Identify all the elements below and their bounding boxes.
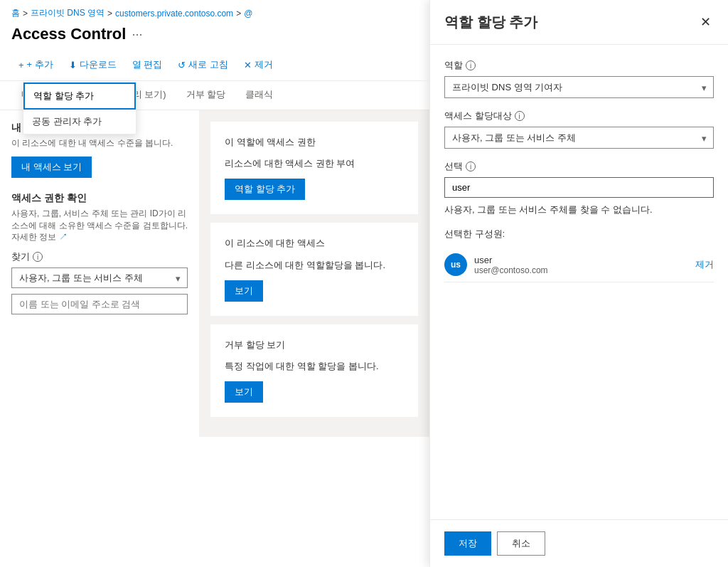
member-avatar: us bbox=[444, 253, 467, 276]
search-input[interactable] bbox=[11, 294, 188, 314]
access-assignment-label: 액세스 할당대상 i bbox=[444, 110, 714, 122]
save-button[interactable]: 저장 bbox=[444, 531, 491, 556]
access-select-container: 사용자, 그룹 또는 서비스 주체 관리 ID ▾ bbox=[444, 127, 714, 149]
page-title-dots[interactable]: ··· bbox=[132, 27, 142, 42]
close-panel-button[interactable]: ✕ bbox=[697, 11, 714, 33]
role-label: 역할 i bbox=[444, 59, 714, 72]
member-name: user bbox=[474, 255, 688, 265]
check-access-link[interactable]: ↗ bbox=[59, 232, 68, 242]
access-assignment-field-group: 액세스 할당대상 i 사용자, 그룹 또는 서비스 주체 관리 ID ▾ bbox=[444, 110, 714, 149]
side-panel: 역할 할당 추가 ✕ 역할 i 프라이빗 DNS 영역 기여자 소유자 참가자 … bbox=[429, 0, 728, 567]
select-search-input[interactable] bbox=[444, 177, 714, 198]
add-dropdown-menu: 역할 할당 추가 공동 관리자 추가 bbox=[23, 82, 136, 134]
remove-label: 제거 bbox=[255, 58, 273, 71]
access-info-icon[interactable]: i bbox=[515, 111, 525, 121]
tab-classic[interactable]: 클래식 bbox=[235, 81, 283, 110]
card-3-text1: 거부 할당 보기 bbox=[225, 339, 404, 351]
select-label: 선택 i bbox=[444, 160, 714, 173]
edit-columns-label: 열 편집 bbox=[132, 58, 163, 71]
refresh-icon: ↺ bbox=[178, 60, 186, 70]
member-email: user@contoso.com bbox=[474, 265, 688, 275]
member-info: user user@contoso.com bbox=[474, 255, 688, 275]
breadcrumb-domain[interactable]: customers.private.contoso.com bbox=[115, 9, 233, 18]
role-info-icon[interactable]: i bbox=[466, 60, 476, 70]
breadcrumb-private-dns[interactable]: 프라이빗 DNS 영역 bbox=[31, 7, 105, 19]
add-label: + 추가 bbox=[27, 58, 53, 71]
edit-columns-button[interactable]: 열 편집 bbox=[125, 55, 170, 75]
card-1-text2: 리소스에 대한 액세스 권한 부여 bbox=[225, 157, 404, 170]
selected-members-section: 선택한 구성원: us user user@contoso.com 제거 bbox=[444, 228, 714, 282]
selected-members-label: 선택한 구성원: bbox=[444, 228, 714, 240]
card-2-text1: 이 리소스에 대한 액세스 bbox=[225, 237, 404, 250]
side-panel-title: 역할 할당 추가 bbox=[444, 13, 537, 32]
member-item: us user user@contoso.com 제거 bbox=[444, 248, 714, 282]
role-field-group: 역할 i 프라이빗 DNS 영역 기여자 소유자 참가자 읽기 권한자 ▾ bbox=[444, 59, 714, 98]
tab-deny-assignments[interactable]: 거부 할당 bbox=[176, 81, 236, 110]
remove-member-link[interactable]: 제거 bbox=[695, 258, 714, 271]
add-icon: + bbox=[18, 60, 24, 70]
toolbar: + + 추가 역할 할당 추가 공동 관리자 추가 ⬇ 다운로드 열 편집 ↺ … bbox=[0, 52, 429, 81]
find-label: 찾기 i bbox=[11, 250, 188, 263]
download-button[interactable]: ⬇ 다운로드 bbox=[62, 55, 124, 75]
add-button[interactable]: + + 추가 bbox=[11, 55, 60, 75]
card-3-text2: 특정 작업에 대한 역할 할당을 봅니다. bbox=[225, 360, 404, 373]
find-select[interactable]: 사용자, 그룹 또는 서비스 주체 bbox=[11, 267, 188, 288]
refresh-label: 새로 고침 bbox=[188, 58, 228, 71]
access-select[interactable]: 사용자, 그룹 또는 서비스 주체 관리 ID bbox=[444, 127, 714, 149]
page-title-row: Access Control ··· bbox=[0, 22, 429, 52]
check-access-section: 액세스 권한 확인 사용자, 그룹, 서비스 주체 또는 관리 ID가이 리소스… bbox=[11, 192, 188, 314]
breadcrumb-at[interactable]: @ bbox=[244, 9, 252, 18]
role-assignment-card: 이 역할에 액세스 권한 리소스에 대한 액세스 권한 부여 역할 할당 추가 bbox=[210, 122, 418, 214]
breadcrumb: 홈 > 프라이빗 DNS 영역 > customers.private.cont… bbox=[0, 0, 429, 22]
side-panel-body: 역할 i 프라이빗 DNS 영역 기여자 소유자 참가자 읽기 권한자 ▾ 액세… bbox=[430, 45, 728, 519]
check-access-desc: 사용자, 그룹, 서비스 주체 또는 관리 ID가이 리소스에 대해 소유한 액… bbox=[11, 208, 188, 243]
page-title: Access Control bbox=[11, 25, 126, 43]
cancel-button[interactable]: 취소 bbox=[497, 531, 545, 556]
view-deny-button[interactable]: 보기 bbox=[225, 381, 263, 403]
download-icon: ⬇ bbox=[69, 60, 77, 70]
select-info-icon[interactable]: i bbox=[466, 161, 476, 171]
view-my-access-button[interactable]: 내 액세스 보기 bbox=[11, 157, 92, 178]
check-access-title: 액세스 권한 확인 bbox=[11, 192, 188, 205]
deny-assignment-card: 거부 할당 보기 특정 작업에 대한 역할 할당을 봅니다. 보기 bbox=[210, 324, 418, 417]
download-label: 다운로드 bbox=[80, 58, 117, 71]
find-select-wrapper: 사용자, 그룹 또는 서비스 주체 ▾ bbox=[11, 267, 188, 288]
co-admin-add-item[interactable]: 공동 관리자 추가 bbox=[23, 110, 136, 134]
access-card: 이 리소스에 대한 액세스 다른 리소스에 대한 역할할당을 봅니다. 보기 bbox=[210, 223, 418, 315]
role-select-container: 프라이빗 DNS 영역 기여자 소유자 참가자 읽기 권한자 ▾ bbox=[444, 76, 714, 98]
my-access-desc: 이 리소스에 대한 내 액세스 수준을 봅니다. bbox=[11, 137, 188, 149]
breadcrumb-home[interactable]: 홈 bbox=[11, 7, 20, 19]
no-result-text: 사용자, 그룹 또는 서비스 주체를 찾을 수 없습니다. bbox=[444, 203, 714, 216]
remove-button[interactable]: ✕ 제거 bbox=[237, 55, 280, 75]
refresh-button[interactable]: ↺ 새로 고침 bbox=[171, 55, 235, 75]
remove-icon: ✕ bbox=[244, 60, 252, 70]
role-assignment-add-item[interactable]: 역할 할당 추가 bbox=[23, 83, 136, 110]
find-info-icon[interactable]: i bbox=[33, 252, 43, 262]
role-select[interactable]: 프라이빗 DNS 영역 기여자 소유자 참가자 읽기 권한자 bbox=[444, 76, 714, 98]
cards-area: 이 역할에 액세스 권한 리소스에 대한 액세스 권한 부여 역할 할당 추가 … bbox=[199, 110, 429, 437]
side-panel-header: 역할 할당 추가 ✕ bbox=[430, 0, 728, 45]
card-1-text1: 이 역할에 액세스 권한 bbox=[225, 136, 404, 149]
select-field-group: 선택 i 사용자, 그룹 또는 서비스 주체를 찾을 수 없습니다. bbox=[444, 160, 714, 216]
side-panel-footer: 저장 취소 bbox=[430, 519, 728, 567]
card-2-text2: 다른 리소스에 대한 역할할당을 봅니다. bbox=[225, 259, 404, 272]
view-access-button[interactable]: 보기 bbox=[225, 280, 263, 302]
add-role-assignment-button[interactable]: 역할 할당 추가 bbox=[225, 179, 305, 200]
